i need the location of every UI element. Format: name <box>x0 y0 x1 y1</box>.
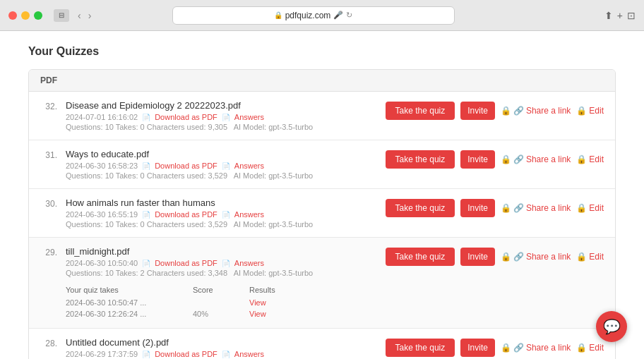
view-result-link[interactable]: View <box>249 310 306 318</box>
share-link-button[interactable]: 🔒 🔗 Share a link <box>501 203 571 213</box>
quiz-row: 32. Disease and Epidemiology 2 20222023.… <box>29 92 615 140</box>
take-quiz-button[interactable]: Take the quiz <box>386 102 455 120</box>
download-pdf-link[interactable]: Download as PDF <box>155 113 217 121</box>
link-icon: 🔗 <box>513 252 524 262</box>
quiz-info: Ways to educate.pdf 2024-06-30 16:58:23 … <box>66 149 377 180</box>
quiz-date: 2024-06-30 16:55:19 <box>66 210 138 219</box>
lock-edit-icon: 🔒 <box>576 203 587 213</box>
quiz-date: 2024-06-29 17:37:59 <box>66 350 138 358</box>
browser-chrome: ⊟ ‹ › 🔒 pdfquiz.com 🎤 ↻ ⬆ + ⊡ <box>0 0 644 31</box>
take-quiz-button[interactable]: Take the quiz <box>386 248 455 266</box>
take-quiz-button[interactable]: Take the quiz <box>386 150 455 169</box>
quiz-meta: 2024-06-30 16:58:23 📄 Download as PDF 📄 … <box>66 162 377 170</box>
invite-button[interactable]: Invite <box>460 199 495 217</box>
answers-link[interactable]: Answers <box>234 210 264 219</box>
take-quiz-button[interactable]: Take the quiz <box>386 199 455 217</box>
sidebar-toggle[interactable]: ⊟ <box>54 9 69 22</box>
back-button[interactable]: ‹ <box>75 8 84 23</box>
quiz-date: 2024-07-01 16:16:02 <box>66 113 138 121</box>
take-date: 2024-06-30 10:50:47 ... <box>66 298 193 307</box>
edit-button[interactable]: 🔒 Edit <box>576 154 604 164</box>
doc-icon: 📄 <box>142 114 150 121</box>
invite-button[interactable]: Invite <box>460 248 495 266</box>
takes-row: 2024-06-30 12:26:24 ... 40% View <box>66 308 377 320</box>
chat-fab[interactable]: 💬 <box>596 311 627 342</box>
forward-button[interactable]: › <box>85 8 95 23</box>
quiz-date: 2024-06-30 10:50:40 <box>66 259 138 267</box>
quiz-row: 29. till_midnight.pdf 2024-06-30 10:50:4… <box>29 238 615 329</box>
quiz-stats: Questions: 10 Takes: 0 Characters used: … <box>66 171 377 180</box>
lock-edit-icon: 🔒 <box>576 154 587 164</box>
section-header: PDF <box>29 70 615 92</box>
takes-header: Your quiz takesScoreResults <box>66 283 377 297</box>
answers-link[interactable]: Answers <box>234 113 264 121</box>
more-button[interactable]: ⊡ <box>627 10 636 21</box>
lock-icon: 🔒 <box>274 11 282 19</box>
download-pdf-link[interactable]: Download as PDF <box>155 259 217 267</box>
quiz-list: 32. Disease and Epidemiology 2 20222023.… <box>29 92 615 359</box>
invite-button[interactable]: Invite <box>460 150 495 169</box>
quiz-actions: Take the quiz Invite 🔒 🔗 Share a link 🔒 … <box>386 337 604 357</box>
quiz-name: Ways to educate.pdf <box>66 149 377 159</box>
download-pdf-link[interactable]: Download as PDF <box>155 350 217 358</box>
new-tab-button[interactable]: + <box>617 10 623 21</box>
maximize-button[interactable] <box>34 11 42 20</box>
invite-button[interactable]: Invite <box>460 339 495 357</box>
quiz-actions: Take the quiz Invite 🔒 🔗 Share a link 🔒 … <box>386 197 604 217</box>
take-score <box>193 298 249 307</box>
share-browser-button[interactable]: ⬆ <box>604 10 613 21</box>
quiz-meta: 2024-06-30 16:55:19 📄 Download as PDF 📄 … <box>66 210 377 219</box>
download-pdf-link[interactable]: Download as PDF <box>155 210 217 219</box>
quiz-name: How animals run faster than humans <box>66 197 377 208</box>
view-result-link[interactable]: View <box>249 298 306 307</box>
link-icon: 🔗 <box>513 154 524 164</box>
share-link-button[interactable]: 🔒 🔗 Share a link <box>501 154 571 164</box>
edit-button[interactable]: 🔒 Edit <box>576 203 604 213</box>
lock-edit-icon: 🔒 <box>576 252 587 262</box>
answers-link[interactable]: Answers <box>234 259 264 267</box>
lock-share-icon: 🔒 <box>501 154 511 164</box>
nav-buttons: ‹ › <box>75 8 94 23</box>
download-pdf-link[interactable]: Download as PDF <box>155 162 217 170</box>
quiz-stats: Questions: 10 Takes: 0 Characters used: … <box>66 123 377 131</box>
quiz-number: 28. <box>40 337 57 348</box>
quiz-number: 31. <box>40 149 57 160</box>
quiz-info: How animals run faster than humans 2024-… <box>66 197 377 229</box>
address-bar[interactable]: 🔒 pdfquiz.com 🎤 ↻ <box>172 6 455 25</box>
quiz-number: 29. <box>40 246 57 257</box>
minimize-button[interactable] <box>21 11 30 20</box>
answers-link[interactable]: Answers <box>234 350 264 358</box>
doc-icon: 📄 <box>142 260 150 267</box>
answers-link[interactable]: Answers <box>234 162 264 170</box>
quiz-container: PDF 32. Disease and Epidemiology 2 20222… <box>28 69 616 359</box>
close-button[interactable] <box>8 11 17 20</box>
share-link-button[interactable]: 🔒 🔗 Share a link <box>501 343 571 353</box>
chat-icon: 💬 <box>603 318 621 335</box>
quiz-actions: Take the quiz Invite 🔒 🔗 Share a link 🔒 … <box>386 246 604 266</box>
link-icon: 🔗 <box>513 106 524 116</box>
share-link-button[interactable]: 🔒 🔗 Share a link <box>501 252 571 262</box>
quiz-meta: 2024-06-30 10:50:40 📄 Download as PDF 📄 … <box>66 259 377 267</box>
take-quiz-button[interactable]: Take the quiz <box>386 339 455 357</box>
link-icon: 🔗 <box>513 203 524 213</box>
file-icon: 📄 <box>222 162 230 170</box>
takes-row: 2024-06-30 10:50:47 ... View <box>66 297 377 308</box>
share-link-button[interactable]: 🔒 🔗 Share a link <box>501 106 571 116</box>
take-date: 2024-06-30 12:26:24 ... <box>66 310 193 318</box>
browser-actions: ⬆ + ⊡ <box>604 10 636 21</box>
edit-button[interactable]: 🔒 Edit <box>576 106 604 116</box>
quiz-info: Untitled document (2).pdf 2024-06-29 17:… <box>66 337 377 359</box>
quiz-meta: 2024-06-29 17:37:59 📄 Download as PDF 📄 … <box>66 350 377 358</box>
file-icon: 📄 <box>222 351 230 358</box>
window-controls: ⊟ <box>54 9 69 22</box>
link-icon: 🔗 <box>513 343 524 353</box>
file-icon: 📄 <box>222 211 230 219</box>
refresh-icon[interactable]: ↻ <box>346 11 352 20</box>
invite-button[interactable]: Invite <box>460 102 495 120</box>
lock-edit-icon: 🔒 <box>576 106 587 116</box>
mic-icon: 🎤 <box>333 11 343 20</box>
edit-button[interactable]: 🔒 Edit <box>576 252 604 262</box>
edit-button[interactable]: 🔒 Edit <box>576 343 604 353</box>
quiz-name: till_midnight.pdf <box>66 246 377 257</box>
lock-share-icon: 🔒 <box>501 343 511 353</box>
